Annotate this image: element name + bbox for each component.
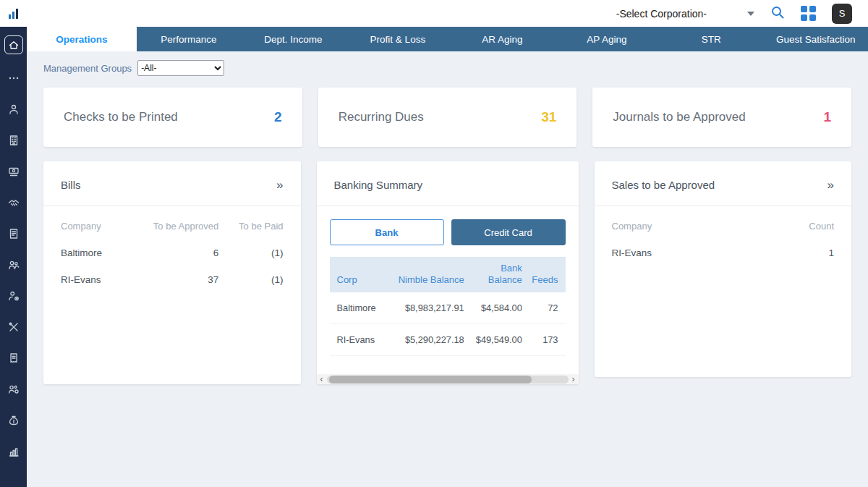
recurring-card-title: Recurring Dues xyxy=(339,110,424,124)
more-icon[interactable] xyxy=(7,71,21,85)
handshake-icon[interactable] xyxy=(7,195,21,210)
tab-profit-loss[interactable]: Profit & Loss xyxy=(346,27,450,51)
tab-guest-satisfaction[interactable]: Guest Satisfaction xyxy=(764,27,868,51)
banking-table-header: Corp Nimble Balance Bank Balance Feeds xyxy=(330,257,566,292)
topbar: -Select Corporation- S xyxy=(27,0,868,27)
receipt-icon[interactable] xyxy=(7,351,21,365)
banking-bank-balance: $4,584.00 xyxy=(464,302,522,313)
user-gear-icon[interactable] xyxy=(7,289,21,303)
tools-icon[interactable] xyxy=(7,320,21,334)
search-button[interactable] xyxy=(770,5,785,22)
bills-company: Baltimore xyxy=(61,247,140,258)
team-gear-icon[interactable] xyxy=(7,382,21,397)
grid-icon xyxy=(801,6,807,12)
banking-summary-panel: Banking Summary Bank Credit Card Corp Ni… xyxy=(317,161,579,384)
banking-col-bank-balance: Bank Balance xyxy=(464,263,522,287)
corporation-select[interactable]: -Select Corporation- xyxy=(616,8,754,20)
panels-row: Bills » Company To be Approved To be Pai… xyxy=(43,161,851,384)
management-groups-label: Management Groups xyxy=(43,63,132,74)
tab-operations[interactable]: Operations xyxy=(27,27,137,51)
checks-card-value: 2 xyxy=(274,109,282,125)
money-bag-icon[interactable] xyxy=(7,413,21,428)
nav-tabs: Operations Performance Dept. Income Prof… xyxy=(27,27,868,51)
chevron-down-icon xyxy=(747,12,754,16)
bills-col-approved: To be Approved xyxy=(140,221,218,232)
sales-title: Sales to be Approved xyxy=(612,179,715,191)
tab-ap-aging[interactable]: AP Aging xyxy=(555,27,659,51)
bills-title: Bills xyxy=(61,179,81,191)
cash-hand-icon[interactable] xyxy=(7,164,21,179)
banking-feeds-link[interactable]: 72 xyxy=(522,302,558,313)
bills-expand-icon[interactable]: » xyxy=(276,179,283,191)
banking-nimble-balance: $5,290,227.18 xyxy=(392,334,464,345)
sales-expand-icon[interactable]: » xyxy=(827,179,834,191)
table-row[interactable]: RI-Evans 37 (1) xyxy=(61,274,284,285)
banking-col-corp: Corp xyxy=(337,274,392,286)
banking-corp: Baltimore xyxy=(337,302,392,313)
table-row[interactable]: RI-Evans $5,290,227.18 $49,549.00 173 xyxy=(330,324,566,356)
journals-card-value: 1 xyxy=(823,109,831,125)
user-badge-icon[interactable] xyxy=(7,102,21,117)
app-logo[interactable] xyxy=(0,0,27,27)
sidebar xyxy=(0,0,27,487)
credit-card-tab-button[interactable]: Credit Card xyxy=(451,219,566,245)
sales-table-header: Company Count xyxy=(612,221,835,232)
recurring-dues-card[interactable]: Recurring Dues 31 xyxy=(318,88,577,147)
horizontal-scrollbar[interactable]: ‹ › xyxy=(317,374,579,384)
home-icon[interactable] xyxy=(4,35,23,54)
banking-nimble-balance: $8,983,217.91 xyxy=(392,302,464,313)
search-icon xyxy=(770,5,785,20)
banking-corp: RI-Evans xyxy=(337,334,392,345)
management-groups-select[interactable]: -All- xyxy=(137,60,224,76)
checks-card-title: Checks to be Printed xyxy=(64,110,178,124)
people-chat-icon[interactable] xyxy=(7,258,21,272)
bills-table-header: Company To be Approved To be Paid xyxy=(61,221,284,232)
banking-tab-buttons: Bank Credit Card xyxy=(317,206,579,250)
sales-count: 1 xyxy=(751,247,834,258)
scroll-left-icon[interactable]: ‹ xyxy=(317,374,327,384)
table-row[interactable]: Baltimore $8,983,217.91 $4,584.00 72 xyxy=(330,292,566,324)
corporation-select-value: -Select Corporation- xyxy=(616,8,707,20)
avatar-initial: S xyxy=(839,8,846,19)
building-icon[interactable] xyxy=(7,133,21,148)
invoice-icon[interactable] xyxy=(7,226,21,241)
tab-str[interactable]: STR xyxy=(659,27,763,51)
sales-to-be-approved-panel: Sales to be Approved » Company Count RI-… xyxy=(595,161,852,377)
banking-col-nimble: Nimble Balance xyxy=(392,274,464,286)
apps-grid-button[interactable] xyxy=(801,6,816,21)
sales-col-company: Company xyxy=(612,221,751,232)
bills-paid: (1) xyxy=(218,247,283,258)
banking-table: Corp Nimble Balance Bank Balance Feeds B… xyxy=(330,257,566,356)
growth-chart-icon[interactable] xyxy=(7,444,21,459)
tab-ar-aging[interactable]: AR Aging xyxy=(450,27,554,51)
recurring-card-value: 31 xyxy=(541,109,556,125)
bills-col-company: Company xyxy=(61,221,140,232)
bank-tab-button[interactable]: Bank xyxy=(330,219,444,245)
bills-col-paid: To be Paid xyxy=(218,221,283,232)
filters-row: Management Groups -All- xyxy=(43,60,851,76)
bills-panel: Bills » Company To be Approved To be Pai… xyxy=(43,161,301,384)
banking-panel-header: Banking Summary xyxy=(317,161,579,206)
bills-paid: (1) xyxy=(218,274,283,285)
bills-approved: 37 xyxy=(140,274,218,285)
bills-table: Company To be Approved To be Paid Baltim… xyxy=(43,206,301,285)
summary-cards-row: Checks to be Printed 2 Recurring Dues 31… xyxy=(43,88,851,147)
banking-bank-balance: $49,549.00 xyxy=(464,334,522,345)
tab-performance[interactable]: Performance xyxy=(137,27,241,51)
checks-to-be-printed-card[interactable]: Checks to be Printed 2 xyxy=(43,88,302,147)
scrollbar-thumb[interactable] xyxy=(329,376,532,384)
scroll-right-icon[interactable]: › xyxy=(569,374,579,384)
scrollbar-track[interactable] xyxy=(327,376,569,384)
sales-company: RI-Evans xyxy=(612,247,751,258)
sales-table: Company Count RI-Evans 1 xyxy=(595,206,852,258)
table-row[interactable]: RI-Evans 1 xyxy=(612,247,835,258)
main-content: Management Groups -All- Checks to be Pri… xyxy=(27,51,868,487)
banking-feeds-link[interactable]: 173 xyxy=(522,334,558,345)
bills-company: RI-Evans xyxy=(61,274,140,285)
sales-col-count: Count xyxy=(751,221,834,232)
logo-icon xyxy=(7,7,21,21)
table-row[interactable]: Baltimore 6 (1) xyxy=(61,247,284,258)
journals-to-be-approved-card[interactable]: Journals to be Approved 1 xyxy=(592,88,851,147)
tab-dept-income[interactable]: Dept. Income xyxy=(241,27,345,51)
avatar[interactable]: S xyxy=(832,4,852,24)
